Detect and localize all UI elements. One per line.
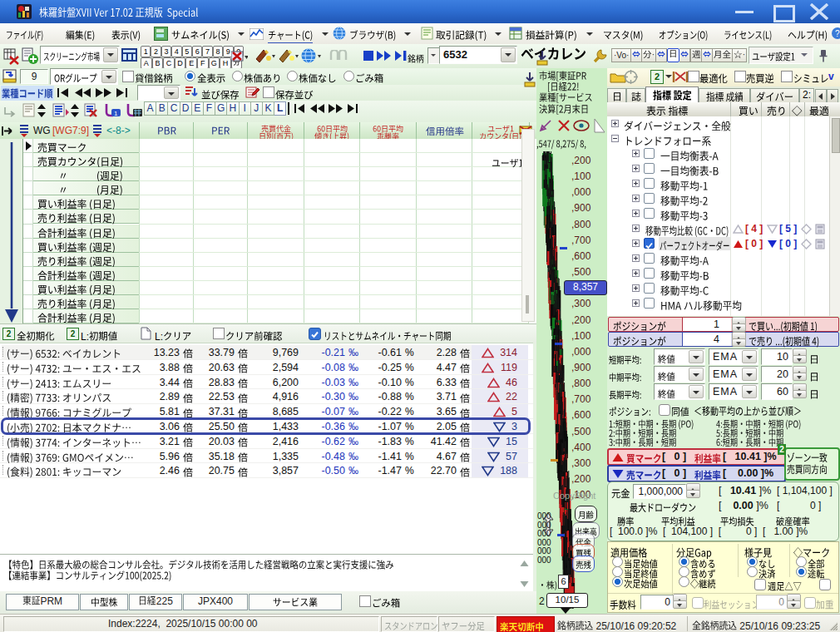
svg-text:1: 1 — [114, 110, 118, 117]
svg-text:?: ? — [835, 29, 840, 38]
